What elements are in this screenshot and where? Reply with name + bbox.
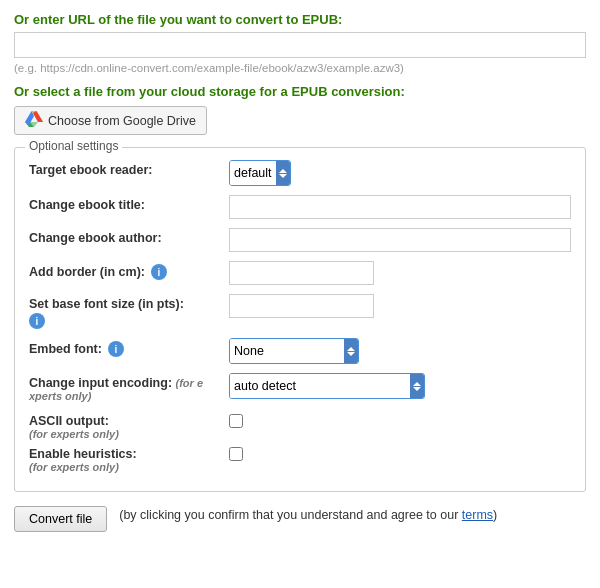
target-reader-label: Target ebook reader: xyxy=(29,160,229,177)
font-size-control xyxy=(229,294,571,318)
target-reader-select-box: default kindle nook kobo sony xyxy=(229,160,291,186)
arrow-down-icon xyxy=(279,174,287,178)
border-input[interactable] xyxy=(229,261,374,285)
target-reader-control: default kindle nook kobo sony xyxy=(229,160,571,186)
font-size-input[interactable] xyxy=(229,294,374,318)
url-section-label: Or enter URL of the file you want to con… xyxy=(14,12,586,27)
embed-font-control: None Arial Times New Roman Courier xyxy=(229,338,571,364)
encoding-experts-note2: xperts only) xyxy=(29,390,203,402)
ebook-title-label: Change ebook title: xyxy=(29,195,229,212)
ascii-output-checkbox[interactable] xyxy=(229,414,243,428)
embed-font-arrow-up-icon xyxy=(347,347,355,351)
ebook-author-row: Change ebook author: xyxy=(29,228,571,252)
ebook-author-label: Change ebook author: xyxy=(29,228,229,245)
encoding-select[interactable]: auto detect UTF-8 UTF-16 ISO-8859-1 xyxy=(230,374,410,398)
encoding-arrow-down-icon xyxy=(413,387,421,391)
url-placeholder: (e.g. https://cdn.online-convert.com/exa… xyxy=(14,62,586,74)
ascii-output-control xyxy=(229,411,571,431)
ebook-author-control xyxy=(229,228,571,252)
google-drive-icon xyxy=(25,111,43,130)
encoding-select-box: auto detect UTF-8 UTF-16 ISO-8859-1 xyxy=(229,373,425,399)
url-input[interactable] xyxy=(14,32,586,58)
arrow-up-icon xyxy=(279,169,287,173)
embed-font-info-icon[interactable]: i xyxy=(108,341,124,357)
heuristics-label: Enable heuristics: (for experts only) xyxy=(29,444,229,473)
encoding-row: Change input encoding: (for e xperts onl… xyxy=(29,373,571,402)
font-size-label: Set base font size (in pts): i xyxy=(29,294,229,329)
ebook-title-row: Change ebook title: xyxy=(29,195,571,219)
encoding-arrows[interactable] xyxy=(410,374,424,398)
google-drive-button[interactable]: Choose from Google Drive xyxy=(14,106,207,135)
embed-font-select[interactable]: None Arial Times New Roman Courier xyxy=(230,339,344,363)
heuristics-experts-note: (for experts only) xyxy=(29,461,137,473)
embed-font-row: Embed font: i None Arial Times New Roman… xyxy=(29,338,571,364)
ascii-output-label: ASCII output: (for experts only) xyxy=(29,411,229,440)
encoding-experts-note: (for e xyxy=(176,377,204,389)
border-row: Add border (in cm): i xyxy=(29,261,571,285)
google-drive-button-label: Choose from Google Drive xyxy=(48,114,196,128)
optional-settings-legend: Optional settings xyxy=(25,139,122,153)
border-label: Add border (in cm): i xyxy=(29,261,229,280)
ebook-title-control xyxy=(229,195,571,219)
embed-font-arrows[interactable] xyxy=(344,339,358,363)
embed-font-arrow-down-icon xyxy=(347,352,355,356)
font-size-row: Set base font size (in pts): i xyxy=(29,294,571,329)
ebook-author-input[interactable] xyxy=(229,228,571,252)
ascii-output-row: ASCII output: (for experts only) xyxy=(29,411,571,440)
embed-font-select-box: None Arial Times New Roman Courier xyxy=(229,338,359,364)
target-reader-row: Target ebook reader: default kindle nook… xyxy=(29,160,571,186)
encoding-label: Change input encoding: (for e xperts onl… xyxy=(29,373,229,402)
cloud-section-label: Or select a file from your cloud storage… xyxy=(14,84,586,99)
footer-text: (by clicking you confirm that you unders… xyxy=(119,506,497,525)
embed-font-label: Embed font: i xyxy=(29,338,229,357)
terms-link[interactable]: terms xyxy=(462,508,493,522)
optional-settings-panel: Optional settings Target ebook reader: d… xyxy=(14,147,586,492)
footer-row: Convert file (by clicking you confirm th… xyxy=(14,506,586,532)
heuristics-checkbox[interactable] xyxy=(229,447,243,461)
heuristics-control xyxy=(229,444,571,464)
ascii-experts-note: (for experts only) xyxy=(29,428,119,440)
svg-marker-4 xyxy=(33,111,43,122)
ebook-title-input[interactable] xyxy=(229,195,571,219)
font-size-info-icon[interactable]: i xyxy=(29,313,45,329)
border-control xyxy=(229,261,571,285)
encoding-control: auto detect UTF-8 UTF-16 ISO-8859-1 xyxy=(229,373,571,399)
convert-button[interactable]: Convert file xyxy=(14,506,107,532)
border-info-icon[interactable]: i xyxy=(151,264,167,280)
heuristics-row: Enable heuristics: (for experts only) xyxy=(29,444,571,473)
target-reader-select[interactable]: default kindle nook kobo sony xyxy=(230,161,276,185)
encoding-arrow-up-icon xyxy=(413,382,421,386)
target-reader-arrows[interactable] xyxy=(276,161,290,185)
